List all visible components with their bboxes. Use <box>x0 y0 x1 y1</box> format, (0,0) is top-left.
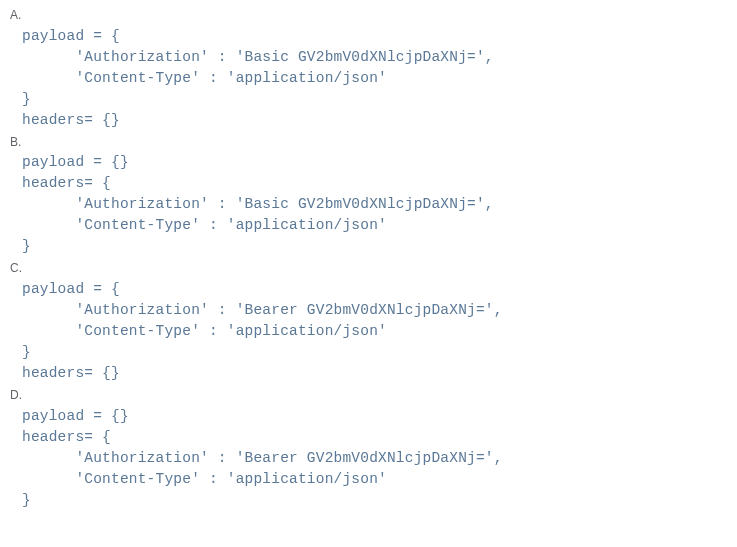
code-block-a: payload = { 'Authorization' : 'Basic GV2… <box>22 26 727 131</box>
code-block-b: payload = {} headers= { 'Authorization' … <box>22 152 727 257</box>
option-label-a: A. <box>10 8 727 24</box>
option-label-d: D. <box>10 388 727 404</box>
option-label-c: C. <box>10 261 727 277</box>
option-label-b: B. <box>10 135 727 151</box>
code-block-d: payload = {} headers= { 'Authorization' … <box>22 406 727 511</box>
code-block-c: payload = { 'Authorization' : 'Bearer GV… <box>22 279 727 384</box>
